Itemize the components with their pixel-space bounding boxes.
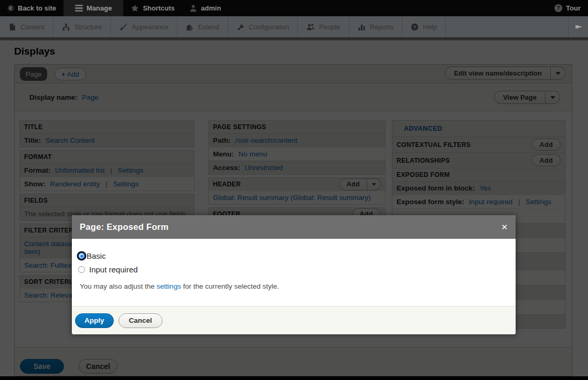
bar-chart-icon — [358, 23, 366, 31]
menu-item-help[interactable]: ? Help — [402, 16, 446, 37]
tour-button[interactable]: ? Tour — [547, 0, 588, 16]
admin-toolbar: Back to site Manage Shortcuts admin ? To… — [0, 0, 588, 16]
admin-menu-tray: Content Structure Appearance Extend Conf… — [0, 16, 588, 37]
wrench-icon — [237, 23, 244, 31]
paintbrush-icon — [119, 23, 127, 31]
puzzle-icon — [186, 23, 194, 31]
menu-item-reports[interactable]: Reports — [349, 16, 403, 37]
dialog-header: Page: Exposed Form ✕ — [72, 215, 516, 239]
dialog-note: You may also adjust the settings for the… — [80, 282, 508, 290]
settings-link[interactable]: settings — [157, 282, 181, 290]
menu-item-configuration[interactable]: Configuration — [228, 16, 298, 37]
tour-question-icon: ? — [554, 4, 562, 12]
menu-item-structure[interactable]: Structure — [54, 16, 111, 37]
admin-user-tab[interactable]: admin — [182, 0, 228, 16]
manage-tab[interactable]: Manage — [63, 0, 123, 16]
radio-option-input-required[interactable]: Input required — [78, 265, 508, 274]
shortcuts-tab[interactable]: Shortcuts — [123, 0, 182, 16]
toolbar-orientation-toggle[interactable]: ⇤ — [568, 16, 588, 37]
dialog-footer: Apply Cancel — [72, 306, 516, 334]
back-to-site-button[interactable]: Back to site — [0, 0, 63, 16]
radio-button-selected[interactable] — [78, 252, 85, 259]
collapse-left-icon: ⇤ — [575, 22, 582, 31]
radio-option-basic[interactable]: Basic — [78, 251, 508, 260]
exposed-form-dialog: Page: Exposed Form ✕ Basic Input require… — [72, 215, 516, 334]
menu-item-content[interactable]: Content — [0, 16, 54, 37]
star-icon — [131, 4, 139, 12]
page-content: Displays Page + Add Edit view name/descr… — [0, 37, 588, 380]
content-icon — [8, 23, 16, 31]
close-icon[interactable]: ✕ — [501, 223, 508, 232]
radio-button[interactable] — [78, 266, 85, 273]
apply-button[interactable]: Apply — [75, 313, 114, 328]
svg-text:?: ? — [413, 24, 416, 29]
hamburger-icon — [75, 5, 83, 12]
menu-item-people[interactable]: People — [298, 16, 349, 37]
structure-icon — [62, 23, 70, 31]
back-arrow-icon — [7, 5, 14, 12]
people-icon — [306, 23, 315, 31]
dialog-title: Page: Exposed Form — [80, 222, 501, 232]
menu-item-extend[interactable]: Extend — [177, 16, 228, 37]
help-icon: ? — [411, 23, 419, 31]
user-icon — [189, 4, 197, 12]
dialog-cancel-button[interactable]: Cancel — [119, 313, 163, 328]
dialog-body: Basic Input required You may also adjust… — [72, 239, 516, 306]
menu-item-appearance[interactable]: Appearance — [111, 16, 177, 37]
